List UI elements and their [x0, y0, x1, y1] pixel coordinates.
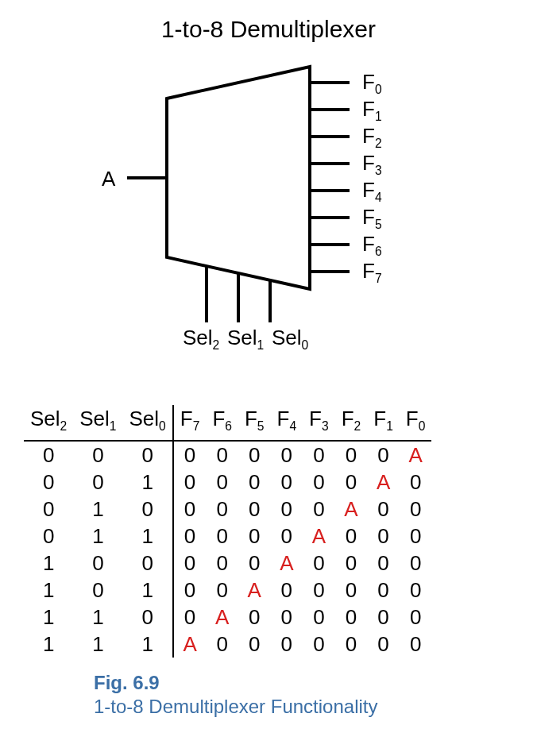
cell-out: A	[400, 441, 432, 469]
th-sel: Sel1	[73, 405, 122, 441]
cell-sel: 1	[73, 496, 122, 523]
output-label-5: F5	[362, 205, 382, 232]
cell-out: 0	[206, 496, 238, 523]
cell-out: 0	[400, 604, 432, 631]
cell-out: 0	[238, 496, 271, 523]
output-label-0: F0	[362, 70, 382, 97]
cell-sel: 0	[24, 496, 73, 523]
cell-sel: 0	[73, 441, 122, 469]
figure-title: 1-to-8 Demultiplexer Functionality	[94, 696, 377, 718]
th-out: F6	[206, 405, 238, 441]
demux-diagram: A F0 F1 F2 F3 F4 F5 F6 F7 Sel2 Sel1 Sel0	[103, 51, 437, 368]
cell-out: 0	[367, 441, 400, 469]
cell-out: 0	[400, 577, 432, 604]
table-row: 01000000A00	[24, 496, 431, 523]
cell-sel: 1	[24, 604, 73, 631]
figure-caption: Fig. 6.9 1-to-8 Demultiplexer Functional…	[94, 672, 377, 718]
cell-out: 0	[271, 631, 303, 658]
th-out: F1	[367, 405, 400, 441]
cell-out: A	[303, 523, 335, 550]
cell-out: 0	[303, 496, 335, 523]
table-row: 1100A000000	[24, 604, 431, 631]
cell-out: 0	[238, 550, 271, 577]
cell-out: 0	[335, 550, 368, 577]
cell-out: 0	[173, 523, 207, 550]
cell-sel: 0	[123, 496, 173, 523]
th-sel: Sel0	[123, 405, 173, 441]
page-title: 1-to-8 Demultiplexer	[0, 16, 537, 43]
output-label-1: F1	[362, 97, 382, 124]
cell-out: A	[335, 496, 368, 523]
cell-out: 0	[271, 577, 303, 604]
cell-sel: 0	[73, 577, 122, 604]
cell-out: A	[173, 631, 207, 658]
cell-out: 0	[400, 550, 432, 577]
th-out: F0	[400, 405, 432, 441]
table-row: 0000000000A	[24, 441, 431, 469]
cell-out: 0	[335, 604, 368, 631]
cell-out: 0	[238, 631, 271, 658]
cell-out: 0	[303, 631, 335, 658]
output-label-2: F2	[362, 124, 382, 151]
select-label-0: Sel0	[272, 326, 308, 353]
cell-out: A	[367, 469, 400, 496]
output-label-6: F6	[362, 232, 382, 259]
cell-out: 0	[303, 469, 335, 496]
cell-out: A	[238, 577, 271, 604]
cell-out: 0	[173, 604, 207, 631]
cell-out: 0	[367, 523, 400, 550]
cell-out: 0	[271, 523, 303, 550]
cell-sel: 1	[24, 550, 73, 577]
table-header-row: Sel2Sel1Sel0F7F6F5F4F3F2F1F0	[24, 405, 431, 441]
output-label-4: F4	[362, 178, 382, 205]
cell-sel: 1	[73, 523, 122, 550]
cell-out: 0	[173, 469, 207, 496]
cell-sel: 0	[123, 604, 173, 631]
cell-out: 0	[367, 577, 400, 604]
cell-out: 0	[400, 631, 432, 658]
cell-sel: 1	[123, 469, 173, 496]
cell-out: 0	[206, 631, 238, 658]
cell-out: 0	[335, 631, 368, 658]
table-row: 111A0000000	[24, 631, 431, 658]
cell-out: 0	[367, 550, 400, 577]
select-label-2: Sel2	[183, 326, 219, 353]
cell-sel: 1	[73, 604, 122, 631]
table-row: 0110000A000	[24, 523, 431, 550]
select-label-1: Sel1	[227, 326, 264, 353]
cell-out: 0	[400, 469, 432, 496]
cell-out: 0	[173, 441, 207, 469]
cell-out: 0	[238, 604, 271, 631]
cell-out: 0	[400, 496, 432, 523]
cell-sel: 1	[123, 577, 173, 604]
cell-out: 0	[173, 577, 207, 604]
cell-sel: 0	[73, 469, 122, 496]
cell-out: 0	[335, 523, 368, 550]
cell-sel: 0	[73, 550, 122, 577]
table-row: 001000000A0	[24, 469, 431, 496]
cell-out: 0	[367, 496, 400, 523]
cell-out: 0	[335, 441, 368, 469]
table-row: 10100A00000	[24, 577, 431, 604]
th-out: F3	[303, 405, 335, 441]
input-label: A	[102, 167, 115, 191]
cell-out: A	[271, 550, 303, 577]
table-row: 100000A0000	[24, 550, 431, 577]
cell-out: 0	[173, 496, 207, 523]
th-sel: Sel2	[24, 405, 73, 441]
th-out: F2	[335, 405, 368, 441]
cell-out: 0	[367, 604, 400, 631]
cell-sel: 1	[24, 631, 73, 658]
cell-out: 0	[271, 496, 303, 523]
cell-sel: 1	[123, 631, 173, 658]
th-out: F4	[271, 405, 303, 441]
cell-out: 0	[271, 441, 303, 469]
cell-out: 0	[303, 441, 335, 469]
cell-sel: 0	[24, 441, 73, 469]
figure-label: Fig. 6.9	[94, 672, 160, 693]
truth-table-container: Sel2Sel1Sel0F7F6F5F4F3F2F1F0 0000000000A…	[24, 405, 513, 658]
output-label-7: F7	[362, 259, 382, 286]
cell-out: 0	[400, 523, 432, 550]
cell-out: 0	[271, 469, 303, 496]
cell-out: 0	[335, 577, 368, 604]
